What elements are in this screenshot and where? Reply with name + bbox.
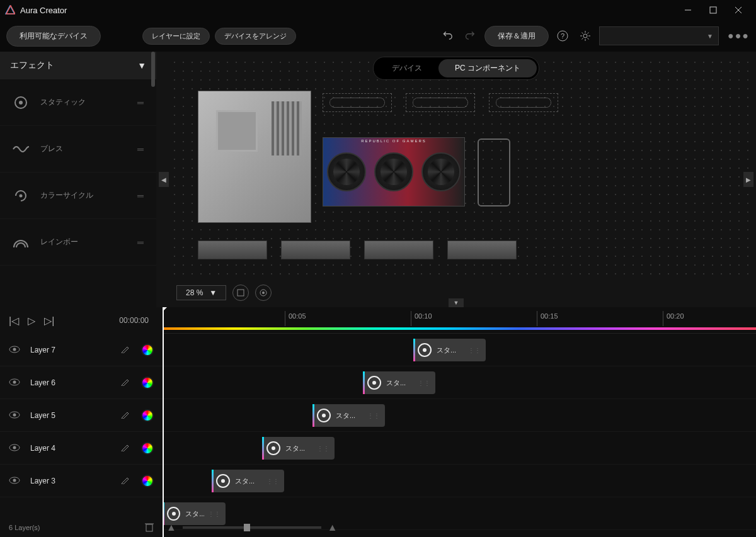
- playhead[interactable]: [163, 307, 164, 537]
- device-gpu[interactable]: REPUBLIC OF GAMERS: [323, 137, 465, 206]
- maximize-button[interactable]: [701, 0, 726, 20]
- canvas-nav-right[interactable]: ▶: [743, 172, 753, 187]
- visibility-toggle[interactable]: [9, 344, 21, 356]
- ruler-tick: 00:05: [289, 312, 306, 320]
- effect-rainbow[interactable]: レインボー ═: [0, 219, 156, 266]
- center-button[interactable]: [255, 285, 272, 301]
- layer-row[interactable]: Layer 3: [0, 465, 163, 497]
- layer-color-button[interactable]: [141, 442, 154, 455]
- static-icon: [317, 409, 331, 422]
- app-logo: [5, 5, 15, 15]
- layer-color-button[interactable]: [141, 376, 154, 389]
- zoom-out-icon[interactable]: ▲: [166, 522, 176, 533]
- effect-clip[interactable]: スタ...⋮⋮: [212, 470, 284, 492]
- zoom-dropdown[interactable]: 28 %▼: [176, 285, 226, 300]
- delete-layer-button[interactable]: [145, 522, 154, 533]
- drag-handle-icon: ═: [137, 191, 144, 201]
- device-motherboard[interactable]: [198, 91, 311, 223]
- skip-start-button[interactable]: |◁: [9, 315, 19, 327]
- edit-layer-button[interactable]: [121, 377, 134, 388]
- zoom-value: 28 %: [186, 288, 203, 297]
- device-ssd[interactable]: [478, 138, 510, 206]
- skip-end-button[interactable]: ▷|: [44, 315, 54, 327]
- close-button[interactable]: [726, 0, 751, 20]
- layer-color-button[interactable]: [141, 344, 154, 356]
- device-ledstrip-3[interactable]: [489, 93, 558, 112]
- device-ram-4[interactable]: [447, 240, 517, 259]
- settings-button[interactable]: [576, 27, 594, 45]
- effect-clip[interactable]: スタ...⋮⋮: [363, 371, 435, 394]
- clip-handle-icon[interactable]: ⋮⋮: [364, 414, 380, 417]
- timeline-track[interactable]: スタ...⋮⋮: [163, 334, 756, 366]
- minimize-button[interactable]: [675, 0, 701, 20]
- layer-name: Layer 4: [30, 444, 121, 453]
- visibility-toggle[interactable]: [9, 410, 21, 421]
- clip-handle-icon[interactable]: ⋮⋮: [414, 382, 430, 385]
- zoom-in-icon[interactable]: ▲: [328, 522, 338, 533]
- fit-to-screen-button[interactable]: [232, 285, 249, 301]
- edit-layer-button[interactable]: [121, 475, 134, 487]
- titlebar: Aura Creator: [0, 0, 756, 20]
- static-icon: [266, 441, 280, 455]
- effect-breath[interactable]: ブレス ═: [0, 126, 156, 172]
- timeline-zoom-slider[interactable]: [183, 526, 321, 529]
- effects-scrollbar[interactable]: [151, 52, 155, 87]
- clip-handle-icon[interactable]: ⋮⋮: [263, 480, 279, 483]
- clip-handle-icon[interactable]: ⋮⋮: [204, 512, 220, 516]
- device-ledstrip-2[interactable]: [406, 93, 475, 112]
- timeline-track[interactable]: スタ...⋮⋮: [163, 432, 756, 465]
- clip-handle-icon[interactable]: ⋮⋮: [313, 447, 329, 450]
- layer-count: 6 Layer(s): [9, 524, 40, 531]
- more-menu-button[interactable]: ●●●: [728, 30, 750, 42]
- drag-handle-icon: ═: [137, 237, 144, 247]
- clip-handle-icon[interactable]: ⋮⋮: [464, 349, 481, 352]
- effect-clip[interactable]: スタ...⋮⋮: [413, 339, 486, 361]
- help-button[interactable]: ?: [554, 27, 571, 45]
- visibility-toggle[interactable]: [9, 377, 21, 388]
- edit-layer-button[interactable]: [121, 443, 134, 454]
- timeline-track[interactable]: スタ...⋮⋮: [163, 399, 756, 432]
- redo-button[interactable]: [462, 27, 479, 45]
- effect-static[interactable]: スタティック ═: [0, 79, 156, 126]
- arrange-devices-button[interactable]: デバイスをアレンジ: [215, 28, 296, 45]
- timeline-ruler[interactable]: 00:0500:1000:1500:20: [163, 307, 756, 334]
- set-to-layer-button[interactable]: レイヤーに設定: [142, 28, 210, 45]
- timeline-track[interactable]: スタ...⋮⋮: [163, 465, 756, 497]
- clip-label: スタ...: [437, 346, 456, 355]
- svg-point-24: [13, 478, 16, 482]
- clip-label: スタ...: [235, 477, 255, 486]
- edit-layer-button[interactable]: [121, 344, 134, 356]
- effect-color-cycle[interactable]: カラーサイクル ═: [0, 172, 156, 219]
- layer-name: Layer 6: [30, 378, 121, 387]
- timeline-tracks[interactable]: 00:0500:1000:1500:20 スタ...⋮⋮スタ...⋮⋮スタ...…: [163, 307, 756, 537]
- layer-row[interactable]: Layer 5: [0, 399, 163, 432]
- layer-row[interactable]: Layer 4: [0, 432, 163, 465]
- layer-name: Layer 5: [30, 411, 121, 420]
- edit-layer-button[interactable]: [121, 410, 134, 421]
- effect-clip[interactable]: スタ...⋮⋮: [262, 437, 335, 460]
- device-ledstrip-1[interactable]: [323, 93, 392, 112]
- effects-header[interactable]: エフェクト ▼: [0, 52, 156, 79]
- ruler-tick: 00:20: [667, 312, 684, 320]
- save-apply-button[interactable]: 保存＆適用: [484, 26, 549, 47]
- layer-row[interactable]: Layer 7: [0, 334, 163, 366]
- layer-color-button[interactable]: [141, 409, 154, 422]
- visibility-toggle[interactable]: [9, 475, 21, 487]
- undo-button[interactable]: [439, 27, 457, 45]
- layer-color-button[interactable]: [141, 475, 154, 487]
- visibility-toggle[interactable]: [9, 443, 21, 454]
- clip-label: スタ...: [386, 378, 406, 388]
- effect-clip[interactable]: スタ...⋮⋮: [312, 404, 385, 427]
- device-ram-3[interactable]: [364, 240, 433, 259]
- device-canvas[interactable]: デバイス PC コンポーネント ◀ ▶ ▼ REPUBLIC OF GAMERS…: [156, 52, 756, 307]
- profile-dropdown[interactable]: ▼: [599, 26, 719, 45]
- canvas-nav-down[interactable]: ▼: [449, 298, 464, 307]
- svg-text:?: ?: [561, 32, 564, 40]
- layer-row[interactable]: Layer 6: [0, 366, 163, 399]
- device-ram-2[interactable]: [281, 240, 350, 259]
- canvas-nav-left[interactable]: ◀: [159, 172, 169, 187]
- device-ram-1[interactable]: [198, 240, 267, 259]
- timeline-track[interactable]: スタ...⋮⋮: [163, 366, 756, 399]
- play-button[interactable]: ▷: [28, 315, 35, 327]
- available-devices-button[interactable]: 利用可能なデバイス: [6, 26, 101, 47]
